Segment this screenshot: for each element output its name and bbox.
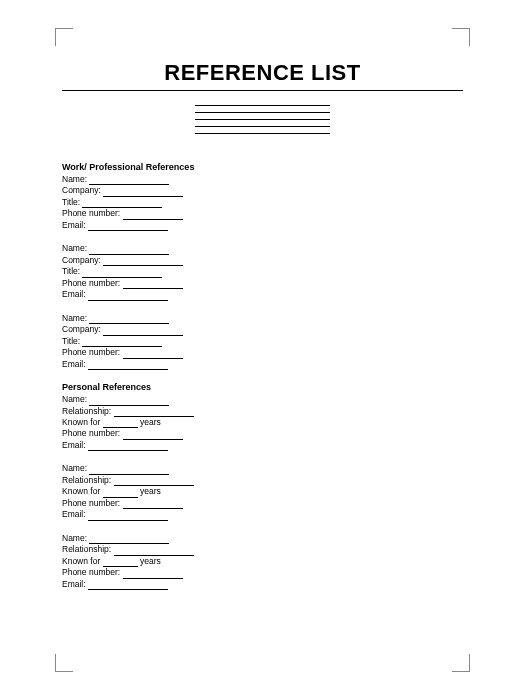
blank-line xyxy=(123,432,183,440)
label-name: Name: xyxy=(62,313,87,323)
label-known-prefix: Known for xyxy=(62,486,100,496)
personal-reference-entry: Name: Relationship: Known for years Phon… xyxy=(62,533,463,590)
blank-line xyxy=(103,420,138,428)
label-phone: Phone number: xyxy=(62,428,120,438)
personal-reference-entry: Name: Relationship: Known for years Phon… xyxy=(62,463,463,520)
label-title: Title: xyxy=(62,197,80,207)
label-title: Title: xyxy=(62,266,80,276)
label-relationship: Relationship: xyxy=(62,475,111,485)
work-reference-entry: Name: Company: Title: Phone number: Emai… xyxy=(62,313,463,370)
page-content: REFERENCE LIST Work/ Professional Refere… xyxy=(62,60,463,602)
blank-line xyxy=(89,467,169,475)
blank-line xyxy=(123,501,183,509)
label-known-suffix: years xyxy=(140,417,161,427)
blank-line xyxy=(123,351,183,359)
blank-line xyxy=(114,548,194,556)
blank-line xyxy=(88,293,168,301)
label-title: Title: xyxy=(62,336,80,346)
label-known-prefix: Known for xyxy=(62,417,100,427)
blank-line xyxy=(123,212,183,220)
blank-line xyxy=(82,200,162,208)
label-name: Name: xyxy=(62,243,87,253)
label-phone: Phone number: xyxy=(62,498,120,508)
crop-mark-top-right xyxy=(452,28,470,46)
blank-line xyxy=(123,571,183,579)
blank-line xyxy=(89,536,169,544)
label-name: Name: xyxy=(62,463,87,473)
label-known-suffix: years xyxy=(140,556,161,566)
blank-line xyxy=(89,247,169,255)
label-company: Company: xyxy=(62,324,101,334)
blank-line xyxy=(103,189,183,197)
header-line xyxy=(195,133,330,134)
blank-line xyxy=(89,177,169,185)
page-title: REFERENCE LIST xyxy=(62,60,463,86)
header-line xyxy=(195,126,330,127)
header-fill-lines xyxy=(62,105,463,134)
label-known-prefix: Known for xyxy=(62,556,100,566)
label-name: Name: xyxy=(62,533,87,543)
crop-mark-top-left xyxy=(55,28,73,46)
blank-line xyxy=(103,490,138,498)
blank-line xyxy=(82,339,162,347)
blank-line xyxy=(88,223,168,231)
blank-line xyxy=(114,409,194,417)
work-reference-entry: Name: Company: Title: Phone number: Emai… xyxy=(62,174,463,231)
personal-reference-entry: Name: Relationship: Known for years Phon… xyxy=(62,394,463,451)
blank-line xyxy=(103,559,138,567)
personal-section-heading: Personal References xyxy=(62,382,463,392)
label-relationship: Relationship: xyxy=(62,544,111,554)
header-line xyxy=(195,119,330,120)
blank-line xyxy=(88,443,168,451)
label-name: Name: xyxy=(62,394,87,404)
label-email: Email: xyxy=(62,289,86,299)
work-reference-entry: Name: Company: Title: Phone number: Emai… xyxy=(62,243,463,300)
blank-line xyxy=(103,258,183,266)
label-phone: Phone number: xyxy=(62,347,120,357)
label-known-suffix: years xyxy=(140,486,161,496)
label-company: Company: xyxy=(62,255,101,265)
label-name: Name: xyxy=(62,174,87,184)
blank-line xyxy=(82,270,162,278)
label-email: Email: xyxy=(62,440,86,450)
blank-line xyxy=(88,513,168,521)
label-relationship: Relationship: xyxy=(62,406,111,416)
header-line xyxy=(195,112,330,113)
blank-line xyxy=(88,582,168,590)
header-line xyxy=(195,105,330,106)
label-phone: Phone number: xyxy=(62,567,120,577)
blank-line xyxy=(89,398,169,406)
blank-line xyxy=(89,316,169,324)
crop-mark-bottom-left xyxy=(55,654,73,672)
blank-line xyxy=(103,328,183,336)
work-section-heading: Work/ Professional References xyxy=(62,162,463,172)
label-company: Company: xyxy=(62,185,101,195)
label-phone: Phone number: xyxy=(62,208,120,218)
label-email: Email: xyxy=(62,509,86,519)
label-email: Email: xyxy=(62,359,86,369)
label-email: Email: xyxy=(62,220,86,230)
blank-line xyxy=(123,281,183,289)
label-phone: Phone number: xyxy=(62,278,120,288)
crop-mark-bottom-right xyxy=(452,654,470,672)
title-underline xyxy=(62,90,463,91)
blank-line xyxy=(114,478,194,486)
blank-line xyxy=(88,362,168,370)
label-email: Email: xyxy=(62,579,86,589)
